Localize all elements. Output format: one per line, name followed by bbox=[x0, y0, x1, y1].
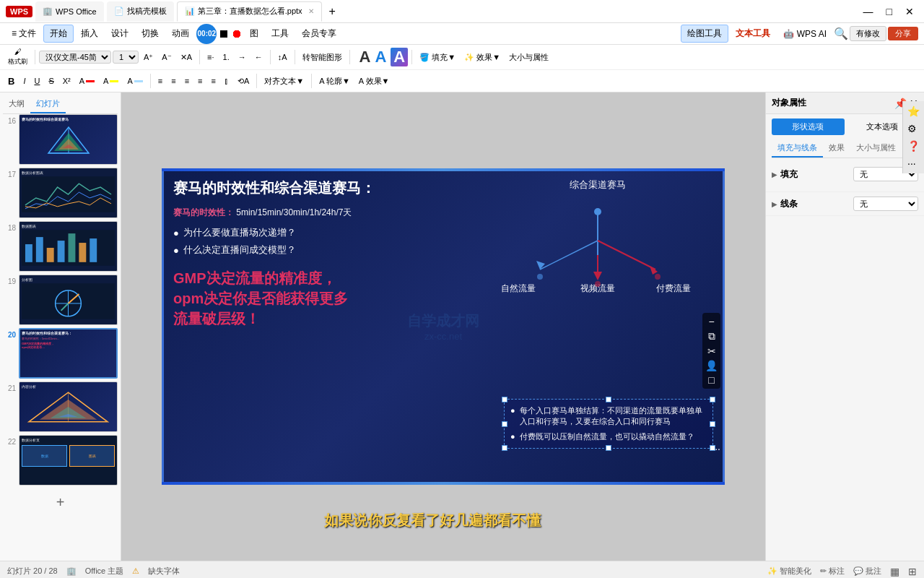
menu-start[interactable]: 开始 bbox=[43, 25, 74, 43]
fill-expand-icon[interactable]: ▶ bbox=[772, 171, 777, 178]
menu-image[interactable]: 图 bbox=[244, 25, 264, 42]
bullet-list-button[interactable]: ≡· bbox=[204, 49, 217, 65]
view-grid-button[interactable]: ▦ bbox=[890, 566, 899, 577]
rp-icon-2[interactable]: ⚙ bbox=[907, 123, 920, 134]
text-outline-button[interactable]: A 轮廓▼ bbox=[315, 73, 354, 89]
slide-thumb-21[interactable]: 21 内容分析 bbox=[3, 381, 118, 432]
sel-handle-tc[interactable] bbox=[606, 397, 611, 402]
context-menu-button[interactable]: ··· bbox=[712, 443, 720, 454]
canvas-area[interactable]: 赛马的时效性和综合渠道赛马： 赛马的时效性： 5min/15min/30min/… bbox=[121, 92, 765, 561]
line-type-select[interactable]: 无 实线 渐变线 bbox=[853, 197, 918, 211]
line-expand-icon[interactable]: ▶ bbox=[772, 200, 777, 208]
size-prop-tab[interactable]: 大小与属性 bbox=[850, 139, 902, 158]
effect-tab[interactable]: 效果 bbox=[823, 139, 850, 158]
menu-tools[interactable]: 工具 bbox=[266, 25, 295, 42]
size-prop-button[interactable]: 大小与属性 bbox=[505, 49, 552, 65]
slide-thumb-16[interactable]: 16 赛马的时效性和综合渠道赛马 bbox=[3, 114, 118, 165]
align-right-button[interactable]: ≡ bbox=[181, 73, 193, 89]
font-color-button[interactable]: A bbox=[76, 73, 98, 89]
note-button[interactable]: 💬 批注 bbox=[853, 566, 881, 577]
menu-insert[interactable]: 插入 bbox=[75, 25, 104, 42]
float-crop-button[interactable]: ✂ bbox=[705, 345, 718, 357]
increase-font-button[interactable]: A⁺ bbox=[140, 49, 157, 65]
tab-slides[interactable]: 幻灯片 bbox=[30, 95, 66, 113]
outdent-button[interactable]: ← bbox=[251, 49, 266, 65]
fill-line-tab[interactable]: 填充与线条 bbox=[772, 139, 823, 158]
add-slide-button[interactable]: + bbox=[56, 494, 65, 511]
tab-shape-options[interactable]: 形状选项 bbox=[772, 118, 845, 135]
tab-template[interactable]: 📄 找稿壳模板 bbox=[107, 1, 174, 22]
col-button[interactable]: ⫿ bbox=[221, 73, 232, 89]
view-split-button[interactable]: ⊞ bbox=[908, 566, 917, 577]
slide-thumb-19[interactable]: 19 分析图 bbox=[3, 275, 118, 325]
minimize-icon[interactable]: — bbox=[859, 6, 878, 17]
justify-button[interactable]: ≡ bbox=[194, 73, 206, 89]
fill-button[interactable]: 🪣 填充▼ bbox=[416, 49, 459, 65]
rp-icon-1[interactable]: ⭐ bbox=[907, 105, 920, 117]
align-left-button[interactable]: ≡ bbox=[154, 73, 166, 89]
float-minus-button[interactable]: − bbox=[705, 316, 718, 327]
sel-handle-bl[interactable] bbox=[502, 445, 507, 451]
superscript-button[interactable]: X² bbox=[59, 73, 74, 89]
sel-handle-rc[interactable] bbox=[710, 421, 715, 427]
right-textbox[interactable]: ● 每个入口赛马单独结算：不同渠道的流量既要单独单入口和行赛马，又要在综合入口和… bbox=[504, 399, 713, 449]
menu-file[interactable]: ≡ 文件 bbox=[6, 25, 42, 42]
text-dir-button[interactable]: ⟲A bbox=[234, 73, 253, 89]
share-button[interactable]: 分享 bbox=[888, 27, 918, 40]
bold-button[interactable]: B bbox=[4, 73, 18, 89]
indent-button[interactable]: → bbox=[235, 49, 250, 65]
sel-handle-bc[interactable] bbox=[606, 445, 611, 451]
tab-outline[interactable]: 大纲 bbox=[3, 95, 30, 113]
menu-design[interactable]: 设计 bbox=[105, 25, 134, 42]
slide-thumb-22[interactable]: 22 数据分析页 数据 图表 bbox=[3, 435, 118, 486]
strikethrough-button[interactable]: S bbox=[45, 73, 57, 89]
decrease-font-button[interactable]: A⁻ bbox=[158, 49, 175, 65]
distribute-button[interactable]: ≡ bbox=[207, 73, 219, 89]
restore-icon[interactable]: □ bbox=[882, 6, 897, 17]
effect-button[interactable]: ✨ 效果▼ bbox=[461, 49, 504, 65]
text-bg-button[interactable]: A bbox=[123, 73, 146, 89]
align-center-button[interactable]: ≡ bbox=[167, 73, 179, 89]
close-icon[interactable]: ✕ bbox=[901, 6, 918, 17]
menu-draw-tools[interactable]: 绘图工具 bbox=[681, 25, 728, 43]
float-layers-button[interactable]: ⧉ bbox=[705, 330, 718, 342]
line-spacing-button[interactable]: ↕A bbox=[274, 49, 291, 65]
convert-shape-button[interactable]: 转智能图形 bbox=[299, 49, 346, 65]
sel-handle-lc[interactable] bbox=[502, 421, 507, 427]
recording-stop-icon[interactable]: ⏹ bbox=[218, 27, 230, 40]
underline-button[interactable]: U bbox=[30, 73, 43, 89]
sel-handle-tl[interactable] bbox=[502, 397, 507, 402]
text-style-a3[interactable]: A bbox=[391, 48, 408, 66]
recording-dot-icon[interactable]: ⏺ bbox=[231, 27, 243, 40]
italic-button[interactable]: I bbox=[19, 73, 29, 89]
menu-text-tools[interactable]: 文本工具 bbox=[730, 25, 776, 42]
menu-transition[interactable]: 切换 bbox=[136, 25, 165, 42]
save-button[interactable]: 有修改 bbox=[850, 26, 886, 41]
rp-icon-4[interactable]: ··· bbox=[907, 158, 920, 169]
add-tab-button[interactable]: + bbox=[325, 5, 340, 18]
text-style-a2[interactable]: A bbox=[375, 48, 386, 66]
search-icon[interactable]: 🔍 bbox=[834, 27, 848, 40]
sel-handle-tr[interactable] bbox=[710, 397, 715, 402]
recording-button[interactable]: 00:02 bbox=[196, 24, 217, 44]
menu-animation[interactable]: 动画 bbox=[166, 25, 195, 42]
slide-thumb-18[interactable]: 18 数据图表 bbox=[3, 221, 118, 272]
text-effect2-button[interactable]: A 效果▼ bbox=[355, 73, 393, 89]
rp-icon-3[interactable]: ❓ bbox=[907, 140, 920, 152]
numbered-list-button[interactable]: 1. bbox=[219, 49, 233, 65]
float-person-button[interactable]: 👤 bbox=[705, 360, 718, 371]
font-selector[interactable]: 汉仪文黑-45简 (正文) bbox=[39, 51, 111, 64]
highlight-button[interactable]: A bbox=[100, 73, 122, 89]
comment-button[interactable]: ✏ 标注 bbox=[820, 566, 845, 577]
menu-vip[interactable]: 会员专享 bbox=[296, 25, 342, 42]
menu-wps-ai[interactable]: 🤖 WPS AI bbox=[777, 27, 832, 41]
smart-beauty-button[interactable]: ✨ 智能美化 bbox=[767, 566, 811, 577]
tab-pptx[interactable]: 📊 第三章：直播数据怎么看.pptx ✕ bbox=[177, 1, 322, 22]
slide-thumb-17[interactable]: 17 数据分析图表 bbox=[3, 168, 118, 218]
text-style-a1[interactable]: A bbox=[359, 48, 371, 66]
slide-thumb-20[interactable]: 20 赛马的时效性和综合渠道赛马： 赛马的时效性：5min/15min... G… bbox=[3, 328, 118, 379]
tab-wps-office[interactable]: 🏢 WPS Office bbox=[35, 1, 104, 22]
float-square-button[interactable]: □ bbox=[705, 374, 718, 386]
clear-format-button[interactable]: ✕A bbox=[177, 49, 196, 65]
font-size-selector[interactable]: 18 bbox=[113, 51, 139, 64]
